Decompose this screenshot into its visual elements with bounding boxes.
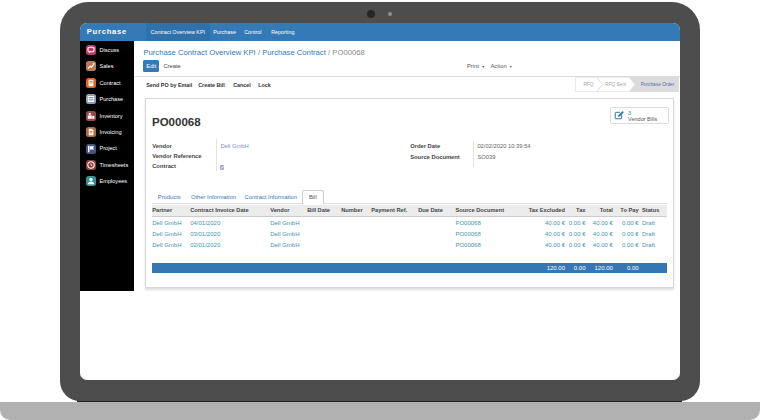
svg-text:RFQ Sent: RFQ Sent — [606, 82, 627, 87]
svg-text:Purchase Order: Purchase Order — [641, 82, 675, 87]
svg-text:RFQ: RFQ — [584, 82, 594, 87]
